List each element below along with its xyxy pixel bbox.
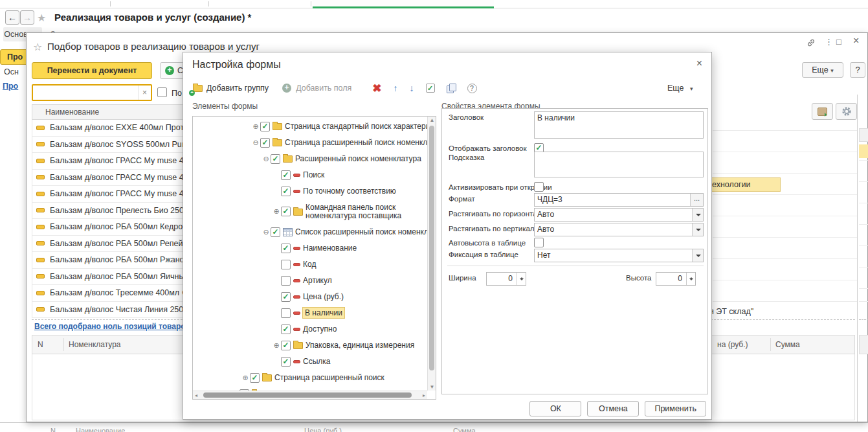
property-checkbox[interactable] bbox=[534, 182, 544, 192]
add-group-button[interactable]: + Добавить группу bbox=[191, 82, 269, 94]
collapse-icon[interactable]: ⊖ bbox=[262, 228, 271, 236]
visibility-checkbox[interactable]: ✓ bbox=[250, 373, 260, 383]
tree-item[interactable]: ⊖✓Список расширенный поиск номенклатура bbox=[193, 223, 436, 240]
scrollbar-thumb[interactable] bbox=[203, 392, 412, 398]
post-link-fragment[interactable]: Про bbox=[3, 82, 18, 91]
property-control[interactable] bbox=[534, 152, 704, 177]
active-app-tab[interactable] bbox=[313, 0, 494, 8]
property-combo[interactable]: Авто bbox=[534, 223, 704, 236]
ellipsis-button[interactable]: ... bbox=[690, 194, 703, 206]
visibility-checkbox[interactable]: ✓ bbox=[271, 154, 280, 164]
column-n[interactable]: N bbox=[32, 335, 63, 355]
tree-item[interactable]: ⊕✓Страница стандартный поиск характерист… bbox=[193, 118, 436, 134]
tree-item[interactable]: ✓Наименование bbox=[193, 240, 436, 256]
close-icon[interactable]: × bbox=[696, 58, 702, 69]
tree-item[interactable]: ✓Поиск bbox=[193, 166, 436, 183]
form-elements-tree[interactable]: ⊕✓Страница стандартный поиск характерист… bbox=[192, 116, 436, 400]
property-control[interactable] bbox=[534, 181, 544, 192]
property-checkbox[interactable] bbox=[534, 238, 544, 247]
vertical-scrollbar[interactable]: ▲ ▼ bbox=[427, 117, 436, 391]
property-combo[interactable]: Авто bbox=[534, 208, 704, 222]
tree-item[interactable]: ⊕✓Упаковка, единица измерения bbox=[193, 337, 436, 353]
settings-gear-button[interactable] bbox=[836, 103, 857, 120]
column-nomenclature[interactable]: Номенклатура bbox=[63, 335, 121, 355]
property-textarea[interactable]: В наличии bbox=[534, 111, 704, 139]
visibility-checkbox[interactable] bbox=[281, 260, 291, 269]
tree-item[interactable]: ⊖✓Расширенный поиск номенклатура bbox=[193, 150, 436, 166]
search-input[interactable]: × bbox=[32, 84, 152, 101]
apply-button[interactable]: Применить bbox=[645, 401, 706, 416]
selection-summary-link[interactable]: Всего подобрано ноль позиций товаров, на bbox=[34, 322, 204, 331]
clear-search-icon[interactable]: × bbox=[138, 85, 151, 100]
cancel-button[interactable]: Отмена bbox=[587, 401, 639, 416]
collapse-icon[interactable]: ⊖ bbox=[262, 155, 271, 163]
property-control[interactable] bbox=[534, 237, 544, 247]
stepper-arrows-icon[interactable] bbox=[686, 273, 695, 285]
property-combo[interactable]: Нет bbox=[534, 249, 704, 262]
move-up-button[interactable]: ↑ bbox=[394, 83, 398, 93]
ok-button[interactable]: ОК bbox=[529, 401, 581, 416]
height-stepper[interactable]: 0 bbox=[656, 272, 696, 286]
property-input[interactable]: ЧДЦ=3... bbox=[534, 193, 704, 207]
scrollbar-thumb[interactable] bbox=[429, 126, 434, 370]
visibility-checkbox[interactable]: ✓ bbox=[281, 324, 291, 334]
add-fields-button[interactable]: + Добавить поля bbox=[280, 82, 351, 94]
tree-item[interactable]: ✓Доступно bbox=[193, 321, 436, 337]
scroll-left-icon[interactable]: ◂ bbox=[195, 391, 197, 400]
back-button[interactable]: ← bbox=[5, 10, 19, 25]
favorite-star-icon[interactable]: ★ bbox=[37, 12, 46, 24]
close-icon[interactable]: × bbox=[853, 35, 859, 47]
dialog-more-button[interactable]: Еще ▾ bbox=[667, 84, 693, 93]
property-control[interactable]: Нет bbox=[534, 249, 704, 262]
property-control[interactable]: ЧДЦ=3... bbox=[534, 193, 704, 207]
dropdown-arrow-icon[interactable] bbox=[692, 209, 703, 221]
width-stepper[interactable]: 0 bbox=[486, 272, 526, 286]
property-control[interactable]: Авто bbox=[534, 223, 704, 236]
tree-item[interactable]: Артикул bbox=[193, 272, 436, 288]
visibility-checkbox[interactable]: ✓ bbox=[281, 341, 291, 350]
transfer-to-document-button[interactable]: Перенести в документ bbox=[32, 62, 152, 79]
tree-item[interactable]: ✓Цена (руб.) bbox=[193, 288, 436, 304]
visibility-checkbox[interactable]: ✓ bbox=[260, 138, 270, 148]
expand-icon[interactable]: ⊕ bbox=[251, 122, 260, 131]
visibility-checkbox[interactable]: ✓ bbox=[281, 244, 291, 253]
visibility-checkbox[interactable]: ✓ bbox=[281, 292, 291, 302]
horizontal-scrollbar[interactable]: ◂ ▸ bbox=[193, 391, 427, 399]
help-button[interactable]: ? bbox=[467, 84, 477, 93]
delete-button[interactable]: ✖ bbox=[372, 82, 381, 95]
property-textarea[interactable] bbox=[534, 152, 704, 177]
expand-icon[interactable]: ⊕ bbox=[272, 207, 281, 216]
tree-item[interactable]: ✓Ссылка bbox=[193, 353, 436, 369]
forward-button[interactable]: → bbox=[20, 10, 34, 25]
visibility-checkbox[interactable]: ✓ bbox=[281, 170, 291, 180]
dropdown-arrow-icon[interactable] bbox=[692, 223, 703, 236]
maximize-icon[interactable]: □ bbox=[836, 37, 841, 47]
property-control[interactable]: Авто bbox=[534, 208, 704, 222]
move-down-button[interactable]: ↓ bbox=[410, 83, 414, 93]
tree-item[interactable]: В наличии bbox=[193, 304, 436, 321]
help-button[interactable]: ? bbox=[850, 62, 865, 78]
more-button[interactable]: Еще ▾ bbox=[802, 62, 843, 78]
property-control[interactable]: В наличии bbox=[534, 111, 704, 139]
tree-item[interactable]: Код bbox=[193, 256, 436, 272]
window-menu-icon[interactable]: ⋮ bbox=[825, 37, 833, 47]
tree-item[interactable]: ⊖✓Страница расширенный поиск номенклатур… bbox=[193, 134, 436, 150]
visibility-checkbox[interactable]: ✓ bbox=[260, 122, 270, 131]
visibility-checkbox[interactable] bbox=[281, 308, 291, 318]
column-price[interactable]: на (руб.) bbox=[712, 335, 748, 355]
visibility-checkbox[interactable]: ✓ bbox=[271, 227, 280, 237]
scroll-up-icon[interactable]: ▲ bbox=[428, 117, 436, 123]
tree-item[interactable]: ✓По точному соответствию bbox=[193, 183, 436, 199]
collapse-icon[interactable]: ⊖ bbox=[251, 139, 260, 147]
visibility-checkbox[interactable]: ✓ bbox=[281, 207, 291, 216]
report-button[interactable] bbox=[812, 103, 833, 120]
dropdown-arrow-icon[interactable] bbox=[692, 249, 703, 262]
search-option-checkbox[interactable] bbox=[157, 87, 167, 97]
visibility-checkbox[interactable]: ✓ bbox=[281, 357, 291, 367]
tree-item[interactable]: ⊕✓Командная панель поиск номенклатура по… bbox=[193, 199, 436, 223]
stepper-arrows-icon[interactable] bbox=[517, 273, 526, 285]
scroll-right-icon[interactable]: ▸ bbox=[423, 391, 425, 400]
visibility-checkbox[interactable]: ✓ bbox=[281, 187, 291, 196]
scroll-down-icon[interactable]: ▼ bbox=[428, 384, 436, 390]
favorite-star-icon[interactable]: ☆ bbox=[33, 41, 42, 53]
